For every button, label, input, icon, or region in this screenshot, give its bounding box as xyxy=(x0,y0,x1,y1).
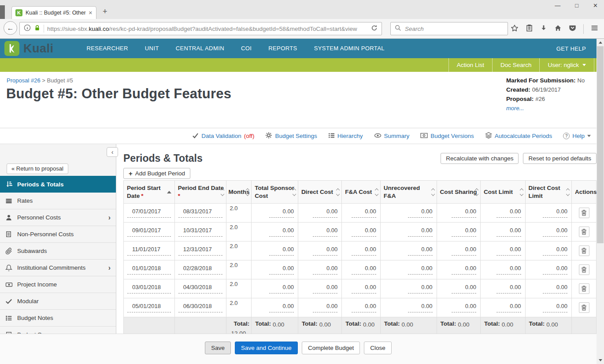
cost-sharing-field[interactable]: 0.00 xyxy=(452,246,476,256)
unrecovered-fa-field[interactable]: 0.00 xyxy=(408,284,433,293)
nav-researcher[interactable]: RESEARCHER xyxy=(78,39,137,58)
sort-icon[interactable] xyxy=(375,189,378,195)
home-icon[interactable] xyxy=(554,24,562,33)
cost-sharing-field[interactable]: 0.00 xyxy=(452,227,476,237)
close-budget-button[interactable]: Close xyxy=(364,342,392,354)
fa-cost-field[interactable]: 0.00 xyxy=(352,227,376,237)
info-icon[interactable] xyxy=(24,24,31,33)
clipboard-icon[interactable] xyxy=(526,24,533,33)
nav-system-admin-portal[interactable]: SYSTEM ADMIN PORTAL xyxy=(306,39,393,58)
new-tab-button[interactable]: + xyxy=(103,7,107,15)
delete-period-button[interactable] xyxy=(579,302,589,313)
period-end-field[interactable]: 02/28/2018 xyxy=(178,265,223,275)
hierarchy-link[interactable]: Hierarchy xyxy=(328,132,363,140)
col-total-sponsor-cost[interactable]: Total Sponsor Cost xyxy=(252,181,298,204)
col-period-start[interactable]: Period Start Date* xyxy=(124,181,175,204)
unrecovered-fa-field[interactable]: 0.00 xyxy=(408,303,433,312)
cost-sharing-field[interactable]: 0.00 xyxy=(452,265,476,275)
direct-cost-field[interactable]: 0.00 xyxy=(313,208,337,218)
sort-icon[interactable] xyxy=(246,189,249,195)
bookmark-star-icon[interactable] xyxy=(511,24,519,34)
back-button[interactable]: ← xyxy=(4,21,17,35)
direct-cost-limit-field[interactable]: 0.00 xyxy=(543,284,567,293)
sort-asc-icon[interactable] xyxy=(167,191,171,193)
sort-icon[interactable] xyxy=(475,189,478,195)
url-text[interactable]: https://siue-sbx.kuali.co/res/kc-pd-krad… xyxy=(47,26,368,32)
sidebar-item-project-income[interactable]: Project Income xyxy=(0,276,116,293)
direct-cost-field[interactable]: 0.00 xyxy=(313,265,337,275)
period-start-field[interactable]: 05/01/2018 xyxy=(127,303,171,312)
cost-limit-field[interactable]: 0.00 xyxy=(497,246,521,256)
action-list-link[interactable]: Action List xyxy=(448,58,492,72)
menu-icon[interactable] xyxy=(591,24,598,33)
sidebar-item-subawards[interactable]: Subawards xyxy=(0,243,116,260)
sort-icon[interactable] xyxy=(432,189,434,195)
scroll-up-icon[interactable] xyxy=(597,39,604,46)
scrollbar-thumb[interactable] xyxy=(597,46,604,243)
reload-icon[interactable] xyxy=(371,25,378,33)
col-period-end[interactable]: Period End Date* xyxy=(174,181,226,204)
cost-limit-field[interactable]: 0.00 xyxy=(497,208,521,218)
browser-tab[interactable]: K Kuali :: Budget #5: Other Bud ✕ xyxy=(11,6,96,19)
direct-cost-limit-field[interactable]: 0.00 xyxy=(543,246,567,256)
doc-search-link[interactable]: Doc Search xyxy=(492,58,540,72)
nav-unit[interactable]: UNIT xyxy=(137,39,167,58)
period-end-field[interactable]: 10/31/2017 xyxy=(178,227,223,237)
cost-sharing-field[interactable]: 0.00 xyxy=(452,284,476,293)
sidebar-item-budget-notes[interactable]: Budget Notes xyxy=(0,310,116,327)
sidebar-item-institutional-commitments[interactable]: Institutional Commitments › xyxy=(0,260,116,276)
return-to-proposal-button[interactable]: « Return to proposal xyxy=(7,163,68,174)
save-button[interactable]: Save xyxy=(205,342,231,354)
unrecovered-fa-field[interactable]: 0.00 xyxy=(408,265,433,275)
nav-central-admin[interactable]: CENTRAL ADMIN xyxy=(167,39,233,58)
period-start-field[interactable]: 03/01/2018 xyxy=(127,284,171,293)
maximize-button[interactable]: □ xyxy=(575,2,578,9)
budget-versions-link[interactable]: Budget Versions xyxy=(420,133,474,140)
sidebar-item-non-personnel-costs[interactable]: Non-Personnel Costs xyxy=(0,226,116,243)
sidebar-item-rates[interactable]: Rates xyxy=(0,193,116,209)
sidebar-collapse-button[interactable]: ‹ xyxy=(107,147,118,157)
col-cost-sharing[interactable]: Cost Sharing xyxy=(437,181,480,204)
fa-cost-field[interactable]: 0.00 xyxy=(352,303,376,312)
unrecovered-fa-field[interactable]: 0.00 xyxy=(408,227,433,237)
close-button[interactable]: ✕ xyxy=(593,2,598,9)
summary-link[interactable]: Summary xyxy=(374,133,410,140)
period-start-field[interactable]: 11/01/2017 xyxy=(127,246,171,256)
delete-period-button[interactable] xyxy=(579,227,589,237)
nav-coi[interactable]: COI xyxy=(233,39,260,58)
data-validation-link[interactable]: Data Validation (off) xyxy=(192,133,254,140)
delete-period-button[interactable] xyxy=(579,208,589,218)
sort-icon[interactable] xyxy=(293,189,296,195)
add-budget-period-button[interactable]: + Add Budget Period xyxy=(123,168,190,179)
brand-name[interactable]: Kuali xyxy=(23,42,54,56)
delete-period-button[interactable] xyxy=(579,283,589,294)
direct-cost-field[interactable]: 0.00 xyxy=(313,284,337,293)
download-icon[interactable] xyxy=(540,25,547,33)
autocalculate-periods-link[interactable]: Autocalculate Periods xyxy=(485,132,552,140)
sort-icon[interactable] xyxy=(520,189,523,195)
complete-budget-button[interactable]: Complete Budget xyxy=(302,342,360,354)
delete-period-button[interactable] xyxy=(579,245,589,256)
sidebar-item-personnel-costs[interactable]: Personnel Costs › xyxy=(0,209,116,226)
direct-cost-field[interactable]: 0.00 xyxy=(313,227,337,237)
tab-close-icon[interactable]: ✕ xyxy=(89,10,93,16)
unrecovered-fa-field[interactable]: 0.00 xyxy=(408,246,433,256)
period-start-field[interactable]: 09/01/2017 xyxy=(127,227,171,237)
lock-icon[interactable] xyxy=(34,25,41,33)
get-help-link[interactable]: GET HELP xyxy=(556,45,586,52)
direct-cost-limit-field[interactable]: 0.00 xyxy=(543,303,567,312)
col-cost-limit[interactable]: Cost Limit xyxy=(481,181,526,204)
direct-cost-limit-field[interactable]: 0.00 xyxy=(543,265,567,275)
kuali-logo-icon[interactable] xyxy=(4,41,19,56)
more-link[interactable]: more... xyxy=(506,105,524,111)
search-input[interactable]: Search xyxy=(390,22,508,35)
unrecovered-fa-field[interactable]: 0.00 xyxy=(408,208,433,218)
col-unrecovered-fa[interactable]: Unrecovered F&A xyxy=(380,181,437,204)
nav-reports[interactable]: REPORTS xyxy=(260,39,305,58)
sort-icon[interactable] xyxy=(221,189,224,195)
col-months[interactable]: Months xyxy=(226,181,252,204)
cost-sharing-field[interactable]: 0.00 xyxy=(452,208,476,218)
period-start-field[interactable]: 07/01/2017 xyxy=(127,208,171,218)
fa-cost-field[interactable]: 0.00 xyxy=(352,265,376,275)
total-sponsor-cost-field[interactable]: 0.00 xyxy=(269,208,294,218)
